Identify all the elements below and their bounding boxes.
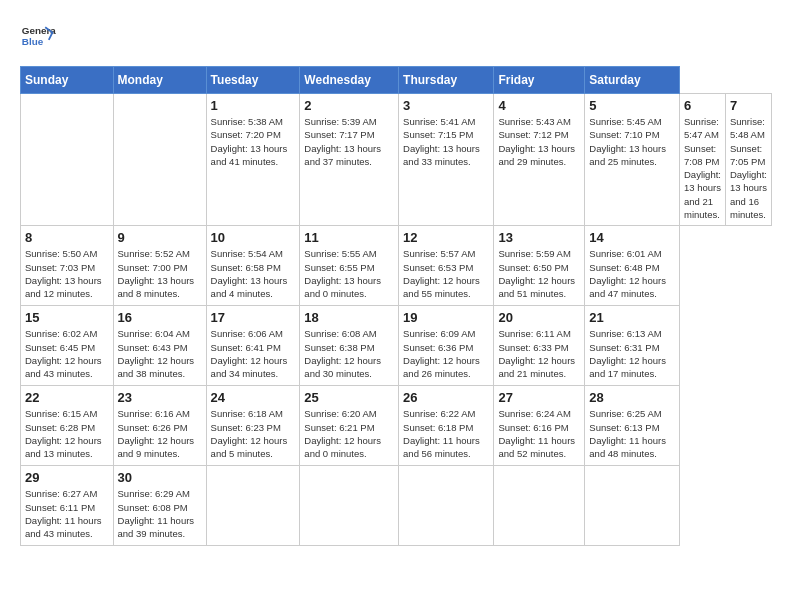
day-info: Sunrise: 5:47 AMSunset: 7:08 PMDaylight:…	[684, 115, 721, 221]
day-number: 23	[118, 390, 202, 405]
week-row-5: 29Sunrise: 6:27 AMSunset: 6:11 PMDayligh…	[21, 466, 772, 546]
weekday-header-saturday: Saturday	[585, 67, 680, 94]
day-info: Sunrise: 5:41 AMSunset: 7:15 PMDaylight:…	[403, 115, 489, 168]
day-info: Sunrise: 5:55 AMSunset: 6:55 PMDaylight:…	[304, 247, 394, 300]
day-number: 5	[589, 98, 675, 113]
day-cell-13: 13Sunrise: 5:59 AMSunset: 6:50 PMDayligh…	[494, 226, 585, 306]
day-cell-9: 9Sunrise: 5:52 AMSunset: 7:00 PMDaylight…	[113, 226, 206, 306]
day-number: 8	[25, 230, 109, 245]
day-cell-8: 8Sunrise: 5:50 AMSunset: 7:03 PMDaylight…	[21, 226, 114, 306]
empty-cell	[113, 94, 206, 226]
logo-icon: General Blue	[20, 20, 56, 56]
day-number: 18	[304, 310, 394, 325]
day-info: Sunrise: 6:20 AMSunset: 6:21 PMDaylight:…	[304, 407, 394, 460]
weekday-header-monday: Monday	[113, 67, 206, 94]
weekday-header-row: SundayMondayTuesdayWednesdayThursdayFrid…	[21, 67, 772, 94]
day-info: Sunrise: 6:24 AMSunset: 6:16 PMDaylight:…	[498, 407, 580, 460]
day-info: Sunrise: 6:27 AMSunset: 6:11 PMDaylight:…	[25, 487, 109, 540]
day-cell-20: 20Sunrise: 6:11 AMSunset: 6:33 PMDayligh…	[494, 306, 585, 386]
day-info: Sunrise: 5:52 AMSunset: 7:00 PMDaylight:…	[118, 247, 202, 300]
day-number: 9	[118, 230, 202, 245]
day-info: Sunrise: 6:29 AMSunset: 6:08 PMDaylight:…	[118, 487, 202, 540]
day-number: 13	[498, 230, 580, 245]
day-cell-16: 16Sunrise: 6:04 AMSunset: 6:43 PMDayligh…	[113, 306, 206, 386]
day-cell-21: 21Sunrise: 6:13 AMSunset: 6:31 PMDayligh…	[585, 306, 680, 386]
day-cell-12: 12Sunrise: 5:57 AMSunset: 6:53 PMDayligh…	[399, 226, 494, 306]
day-number: 11	[304, 230, 394, 245]
day-number: 22	[25, 390, 109, 405]
day-info: Sunrise: 5:43 AMSunset: 7:12 PMDaylight:…	[498, 115, 580, 168]
day-cell-23: 23Sunrise: 6:16 AMSunset: 6:26 PMDayligh…	[113, 386, 206, 466]
weekday-header-tuesday: Tuesday	[206, 67, 300, 94]
day-number: 25	[304, 390, 394, 405]
day-info: Sunrise: 6:13 AMSunset: 6:31 PMDaylight:…	[589, 327, 675, 380]
day-info: Sunrise: 6:06 AMSunset: 6:41 PMDaylight:…	[211, 327, 296, 380]
day-info: Sunrise: 6:22 AMSunset: 6:18 PMDaylight:…	[403, 407, 489, 460]
day-cell-30: 30Sunrise: 6:29 AMSunset: 6:08 PMDayligh…	[113, 466, 206, 546]
day-number: 6	[684, 98, 721, 113]
day-info: Sunrise: 5:50 AMSunset: 7:03 PMDaylight:…	[25, 247, 109, 300]
day-info: Sunrise: 5:54 AMSunset: 6:58 PMDaylight:…	[211, 247, 296, 300]
day-info: Sunrise: 5:45 AMSunset: 7:10 PMDaylight:…	[589, 115, 675, 168]
weekday-header-wednesday: Wednesday	[300, 67, 399, 94]
day-cell-5: 5Sunrise: 5:45 AMSunset: 7:10 PMDaylight…	[585, 94, 680, 226]
day-cell-1: 1Sunrise: 5:38 AMSunset: 7:20 PMDaylight…	[206, 94, 300, 226]
day-cell-28: 28Sunrise: 6:25 AMSunset: 6:13 PMDayligh…	[585, 386, 680, 466]
day-number: 12	[403, 230, 489, 245]
day-cell-29: 29Sunrise: 6:27 AMSunset: 6:11 PMDayligh…	[21, 466, 114, 546]
logo: General Blue	[20, 20, 62, 56]
empty-cell	[585, 466, 680, 546]
day-number: 26	[403, 390, 489, 405]
day-info: Sunrise: 6:11 AMSunset: 6:33 PMDaylight:…	[498, 327, 580, 380]
day-info: Sunrise: 6:25 AMSunset: 6:13 PMDaylight:…	[589, 407, 675, 460]
day-number: 17	[211, 310, 296, 325]
week-row-2: 8Sunrise: 5:50 AMSunset: 7:03 PMDaylight…	[21, 226, 772, 306]
day-number: 10	[211, 230, 296, 245]
day-number: 20	[498, 310, 580, 325]
day-number: 15	[25, 310, 109, 325]
day-number: 27	[498, 390, 580, 405]
day-cell-6: 6Sunrise: 5:47 AMSunset: 7:08 PMDaylight…	[680, 94, 726, 226]
day-number: 7	[730, 98, 767, 113]
weekday-header-thursday: Thursday	[399, 67, 494, 94]
day-number: 30	[118, 470, 202, 485]
empty-cell	[494, 466, 585, 546]
day-cell-2: 2Sunrise: 5:39 AMSunset: 7:17 PMDaylight…	[300, 94, 399, 226]
svg-text:Blue: Blue	[22, 36, 44, 47]
day-info: Sunrise: 6:18 AMSunset: 6:23 PMDaylight:…	[211, 407, 296, 460]
day-cell-10: 10Sunrise: 5:54 AMSunset: 6:58 PMDayligh…	[206, 226, 300, 306]
day-info: Sunrise: 5:57 AMSunset: 6:53 PMDaylight:…	[403, 247, 489, 300]
day-cell-3: 3Sunrise: 5:41 AMSunset: 7:15 PMDaylight…	[399, 94, 494, 226]
day-cell-27: 27Sunrise: 6:24 AMSunset: 6:16 PMDayligh…	[494, 386, 585, 466]
day-info: Sunrise: 5:38 AMSunset: 7:20 PMDaylight:…	[211, 115, 296, 168]
day-cell-14: 14Sunrise: 6:01 AMSunset: 6:48 PMDayligh…	[585, 226, 680, 306]
page-header: General Blue	[20, 20, 772, 56]
calendar-table: SundayMondayTuesdayWednesdayThursdayFrid…	[20, 66, 772, 546]
day-info: Sunrise: 6:01 AMSunset: 6:48 PMDaylight:…	[589, 247, 675, 300]
day-cell-22: 22Sunrise: 6:15 AMSunset: 6:28 PMDayligh…	[21, 386, 114, 466]
day-number: 3	[403, 98, 489, 113]
day-cell-15: 15Sunrise: 6:02 AMSunset: 6:45 PMDayligh…	[21, 306, 114, 386]
day-number: 19	[403, 310, 489, 325]
day-cell-25: 25Sunrise: 6:20 AMSunset: 6:21 PMDayligh…	[300, 386, 399, 466]
day-info: Sunrise: 6:04 AMSunset: 6:43 PMDaylight:…	[118, 327, 202, 380]
day-number: 2	[304, 98, 394, 113]
week-row-1: 1Sunrise: 5:38 AMSunset: 7:20 PMDaylight…	[21, 94, 772, 226]
day-info: Sunrise: 5:39 AMSunset: 7:17 PMDaylight:…	[304, 115, 394, 168]
day-number: 16	[118, 310, 202, 325]
day-cell-7: 7Sunrise: 5:48 AMSunset: 7:05 PMDaylight…	[725, 94, 771, 226]
day-cell-4: 4Sunrise: 5:43 AMSunset: 7:12 PMDaylight…	[494, 94, 585, 226]
day-number: 29	[25, 470, 109, 485]
day-number: 4	[498, 98, 580, 113]
empty-cell	[206, 466, 300, 546]
day-number: 21	[589, 310, 675, 325]
day-cell-19: 19Sunrise: 6:09 AMSunset: 6:36 PMDayligh…	[399, 306, 494, 386]
week-row-3: 15Sunrise: 6:02 AMSunset: 6:45 PMDayligh…	[21, 306, 772, 386]
day-info: Sunrise: 6:16 AMSunset: 6:26 PMDaylight:…	[118, 407, 202, 460]
empty-cell	[399, 466, 494, 546]
day-info: Sunrise: 5:59 AMSunset: 6:50 PMDaylight:…	[498, 247, 580, 300]
day-info: Sunrise: 6:09 AMSunset: 6:36 PMDaylight:…	[403, 327, 489, 380]
day-info: Sunrise: 5:48 AMSunset: 7:05 PMDaylight:…	[730, 115, 767, 221]
day-cell-26: 26Sunrise: 6:22 AMSunset: 6:18 PMDayligh…	[399, 386, 494, 466]
day-number: 28	[589, 390, 675, 405]
